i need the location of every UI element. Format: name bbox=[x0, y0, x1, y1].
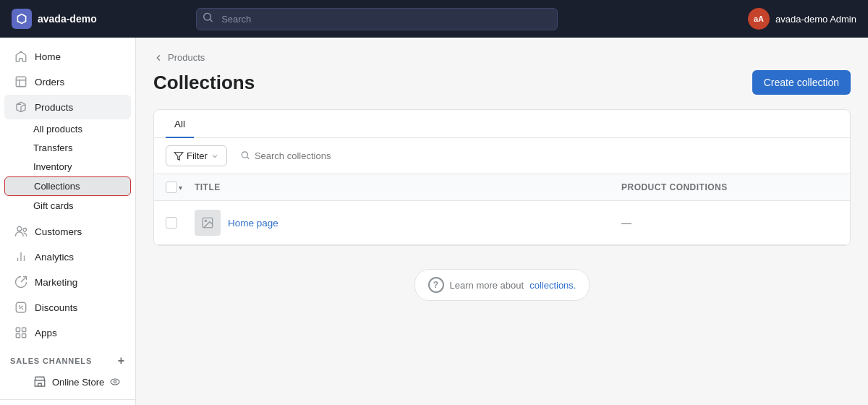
search-collections-input[interactable] bbox=[234, 146, 838, 166]
chevron-left-icon bbox=[153, 53, 163, 63]
store-logo[interactable]: avada-demo bbox=[12, 9, 97, 29]
chevron-down-icon bbox=[210, 152, 219, 161]
filter-icon bbox=[174, 151, 184, 161]
search-collections-icon bbox=[240, 150, 250, 162]
col-title-header: Title bbox=[195, 182, 621, 192]
products-icon bbox=[14, 101, 27, 114]
sidebar-item-apps[interactable]: Apps bbox=[4, 320, 131, 345]
user-area: aA avada-demo Admin bbox=[748, 8, 856, 30]
sidebar-item-products[interactable]: Products bbox=[4, 95, 131, 119]
user-name: avada-demo Admin bbox=[775, 14, 856, 25]
orders-icon bbox=[14, 75, 27, 88]
search-input[interactable] bbox=[196, 8, 558, 30]
svg-rect-7 bbox=[22, 334, 26, 338]
svg-point-1 bbox=[17, 226, 22, 231]
table-row: Home page — bbox=[154, 201, 850, 245]
top-bar: avada-demo aA avada-demo Admin bbox=[0, 0, 868, 38]
row-conditions-col: — bbox=[621, 217, 838, 229]
svg-point-8 bbox=[111, 379, 119, 385]
svg-point-11 bbox=[242, 151, 247, 157]
sidebar-label-customers: Customers bbox=[35, 226, 82, 237]
svg-point-13 bbox=[205, 220, 206, 221]
svg-rect-0 bbox=[16, 77, 26, 87]
main-content: Products Collections Create collection A… bbox=[136, 38, 868, 405]
avatar[interactable]: aA bbox=[748, 8, 770, 30]
search-bar bbox=[196, 8, 558, 30]
dropdown-arrow[interactable]: ▾ bbox=[179, 184, 182, 192]
sidebar-bottom: Settings bbox=[0, 399, 135, 405]
tabs-row: All bbox=[154, 110, 850, 138]
select-all-checkbox[interactable]: ▾ bbox=[166, 182, 182, 193]
row-checkbox-box[interactable] bbox=[166, 217, 177, 229]
analytics-icon bbox=[14, 250, 27, 263]
sidebar-item-collections[interactable]: Collections bbox=[4, 176, 131, 196]
sidebar-item-online-store[interactable]: Online Store bbox=[4, 371, 131, 393]
sidebar-item-orders[interactable]: Orders bbox=[4, 69, 131, 94]
sales-channels-section: SALES CHANNELS + bbox=[0, 346, 135, 370]
row-title-link[interactable]: Home page bbox=[228, 218, 278, 229]
filter-button[interactable]: Filter bbox=[166, 145, 227, 166]
discounts-icon bbox=[14, 301, 27, 314]
sidebar-label-analytics: Analytics bbox=[35, 252, 74, 263]
svg-point-2 bbox=[23, 229, 27, 232]
sidebar-item-analytics[interactable]: Analytics bbox=[4, 244, 131, 269]
sidebar-item-inventory[interactable]: Inventory bbox=[4, 158, 131, 176]
products-submenu: All products Transfers Inventory Collect… bbox=[0, 120, 135, 218]
store-name: avada-demo bbox=[38, 13, 97, 25]
marketing-icon bbox=[14, 276, 27, 289]
page-title: Collections bbox=[153, 72, 255, 94]
checkbox[interactable] bbox=[166, 182, 177, 193]
eye-icon bbox=[109, 376, 121, 388]
table-header: ▾ Title Product conditions bbox=[154, 174, 850, 201]
col-conditions-header: Product conditions bbox=[621, 182, 838, 192]
home-icon bbox=[14, 50, 27, 63]
help-icon: ? bbox=[428, 277, 444, 293]
sidebar-label-products: Products bbox=[35, 102, 73, 113]
filter-row: Filter bbox=[154, 138, 850, 174]
sidebar-item-transfers[interactable]: Transfers bbox=[4, 139, 131, 157]
sidebar-item-gift-cards[interactable]: Gift cards bbox=[4, 197, 131, 215]
logo-icon bbox=[12, 9, 32, 29]
row-checkbox[interactable] bbox=[166, 217, 195, 229]
sidebar-item-marketing[interactable]: Marketing bbox=[4, 270, 131, 294]
create-collection-button[interactable]: Create collection bbox=[752, 70, 851, 95]
sidebar-item-customers[interactable]: Customers bbox=[4, 219, 131, 244]
svg-rect-6 bbox=[16, 334, 20, 338]
customers-icon bbox=[14, 225, 27, 238]
page-header: Collections Create collection bbox=[153, 70, 851, 95]
sidebar-label-home: Home bbox=[35, 51, 61, 62]
add-sales-channel-button[interactable]: + bbox=[118, 354, 125, 367]
apps-icon bbox=[14, 326, 27, 339]
online-store-icon bbox=[33, 375, 46, 388]
row-title-col: Home page bbox=[228, 217, 621, 229]
sidebar-label-discounts: Discounts bbox=[35, 302, 77, 313]
learn-more-section: ? Learn more about collections. bbox=[153, 246, 851, 315]
image-placeholder-icon bbox=[201, 216, 214, 229]
search-collections bbox=[234, 146, 838, 166]
online-store-label: Online Store bbox=[52, 377, 104, 388]
svg-point-9 bbox=[114, 380, 116, 383]
sidebar-item-all-products[interactable]: All products bbox=[4, 120, 131, 138]
sidebar: Home Orders Products All products bbox=[0, 38, 136, 405]
sidebar-label-marketing: Marketing bbox=[35, 277, 77, 288]
svg-rect-4 bbox=[16, 328, 20, 331]
sidebar-item-discounts[interactable]: Discounts bbox=[4, 295, 131, 320]
svg-rect-5 bbox=[22, 328, 26, 331]
sidebar-label-apps: Apps bbox=[35, 328, 57, 338]
collections-card: All Filter bbox=[153, 109, 851, 246]
sidebar-item-home[interactable]: Home bbox=[4, 44, 131, 69]
breadcrumb[interactable]: Products bbox=[153, 52, 851, 63]
tab-all[interactable]: All bbox=[166, 110, 194, 138]
search-icon bbox=[203, 13, 213, 25]
sidebar-label-orders: Orders bbox=[35, 77, 64, 88]
header-checkbox-col: ▾ bbox=[166, 182, 195, 193]
row-thumbnail bbox=[195, 210, 221, 236]
learn-more-text: Learn more about bbox=[450, 280, 524, 291]
learn-more-box: ? Learn more about collections. bbox=[414, 269, 590, 301]
learn-more-link[interactable]: collections. bbox=[529, 280, 576, 291]
